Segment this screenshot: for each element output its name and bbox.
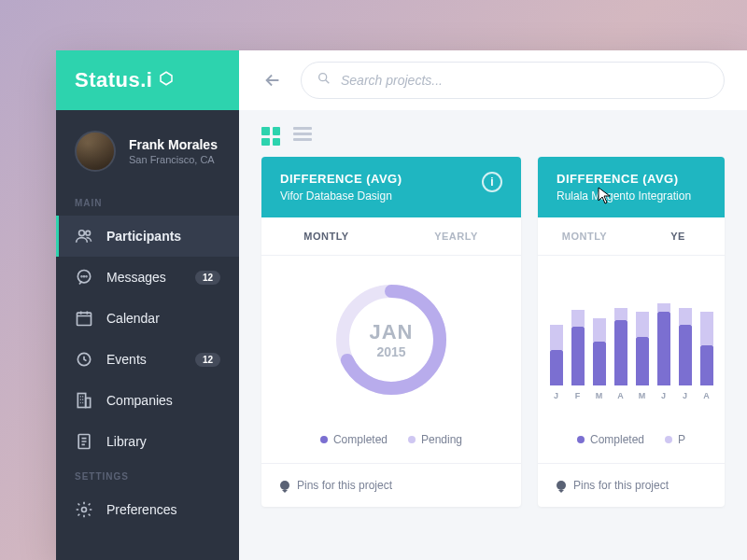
project-card: DIFFERENCE (AVG) Rulala Magento Integrat… (538, 157, 725, 507)
svg-point-13 (319, 74, 327, 81)
section-main-label: MAIN (56, 189, 239, 216)
view-controls (239, 110, 747, 157)
project-card: DIFFERENCE (AVG) Vifor Database Dasign i… (261, 157, 521, 507)
tab-yearly[interactable]: YEARLY (391, 217, 521, 255)
avatar[interactable] (75, 131, 116, 172)
cards-row: DIFFERENCE (AVG) Vifor Database Dasign i… (239, 157, 747, 507)
app-window: Status.i Frank Morales San Francisco, CA… (56, 50, 747, 560)
legend-pending: Pending (408, 433, 462, 446)
card-subtitle: Rulala Magento Integration (557, 189, 691, 203)
svg-rect-10 (86, 399, 91, 408)
sidebar-item-calendar[interactable]: Calendar (56, 298, 239, 339)
donut-month: JAN (369, 320, 413, 344)
legend-completed: Completed (320, 433, 388, 446)
events-badge: 12 (195, 353, 220, 367)
profile-block[interactable]: Frank Morales San Francisco, CA (56, 110, 239, 189)
document-icon (75, 432, 93, 451)
chat-icon (75, 268, 93, 287)
svg-point-6 (86, 276, 87, 277)
profile-location: San Francisco, CA (129, 154, 218, 165)
svg-point-4 (81, 276, 82, 277)
grid-view-button[interactable] (261, 127, 280, 146)
sidebar-item-preferences[interactable]: Preferences (56, 489, 239, 530)
building-icon (75, 391, 93, 410)
tab-monthly[interactable]: MONTLY (538, 217, 631, 255)
sidebar-item-events[interactable]: Events 12 (56, 339, 239, 380)
card-title: DIFFERENCE (AVG) (557, 172, 691, 186)
sidebar: Status.i Frank Morales San Francisco, CA… (56, 50, 239, 560)
legend-completed: Completed (577, 433, 644, 446)
svg-point-2 (86, 231, 91, 235)
card-header: DIFFERENCE (AVG) Rulala Magento Integrat… (538, 157, 725, 217)
svg-point-5 (84, 276, 85, 277)
svg-point-12 (82, 508, 87, 512)
profile-name: Frank Morales (129, 137, 218, 152)
donut-chart: JAN 2015 (261, 256, 521, 424)
donut-year: 2015 (376, 344, 405, 359)
sidebar-item-messages[interactable]: Messages 12 (56, 257, 239, 298)
sidebar-item-companies[interactable]: Companies (56, 380, 239, 421)
search-input[interactable] (341, 73, 709, 88)
tab-monthly[interactable]: MONTLY (261, 217, 391, 255)
back-button[interactable] (261, 69, 284, 91)
card-subtitle: Vifor Database Dasign (280, 189, 402, 203)
pin-icon (557, 481, 566, 490)
info-icon[interactable]: i (482, 172, 502, 192)
sidebar-item-label: Messages (106, 270, 182, 285)
sidebar-item-label: Library (106, 434, 220, 449)
sidebar-item-label: Preferences (106, 502, 220, 517)
messages-badge: 12 (195, 271, 220, 285)
pin-icon (280, 481, 289, 490)
sidebar-item-library[interactable]: Library (56, 421, 239, 462)
tab-yearly[interactable]: YE (631, 217, 725, 255)
card-header: DIFFERENCE (AVG) Vifor Database Dasign i (261, 157, 521, 217)
search-icon (317, 71, 331, 90)
brand-icon (158, 70, 175, 91)
pins-row[interactable]: Pins for this project (261, 463, 521, 507)
legend: Completed Pending (261, 424, 521, 463)
list-view-button[interactable] (293, 127, 312, 146)
card-tabs: MONTLY YE (538, 217, 725, 256)
card-tabs: MONTLY YEARLY (261, 217, 521, 256)
card-title: DIFFERENCE (AVG) (280, 172, 402, 186)
legend: Completed P (538, 424, 725, 463)
pins-row[interactable]: Pins for this project (538, 463, 725, 507)
sidebar-item-participants[interactable]: Participants (56, 216, 239, 257)
section-settings-label: SETTINGS (56, 462, 239, 489)
search-box[interactable] (301, 62, 725, 99)
main-content: DIFFERENCE (AVG) Vifor Database Dasign i… (239, 50, 747, 560)
bar-chart: JFMAMJJA (538, 256, 725, 424)
svg-rect-9 (78, 394, 85, 408)
pins-label: Pins for this project (297, 479, 392, 492)
svg-rect-7 (78, 313, 92, 325)
clock-icon (75, 350, 93, 369)
svg-marker-0 (161, 72, 172, 85)
users-icon (75, 227, 93, 245)
svg-point-1 (79, 231, 85, 236)
sidebar-item-label: Participants (106, 229, 220, 244)
topbar (239, 50, 747, 110)
sidebar-item-label: Companies (106, 393, 220, 408)
calendar-icon (75, 309, 93, 328)
sidebar-item-label: Events (106, 352, 182, 367)
brand-name: Status.i (75, 68, 152, 92)
sidebar-item-label: Calendar (106, 311, 220, 326)
brand-bar: Status.i (56, 50, 239, 110)
gear-icon (75, 500, 93, 519)
pins-label: Pins for this project (573, 479, 669, 492)
legend-pending: P (665, 433, 685, 446)
